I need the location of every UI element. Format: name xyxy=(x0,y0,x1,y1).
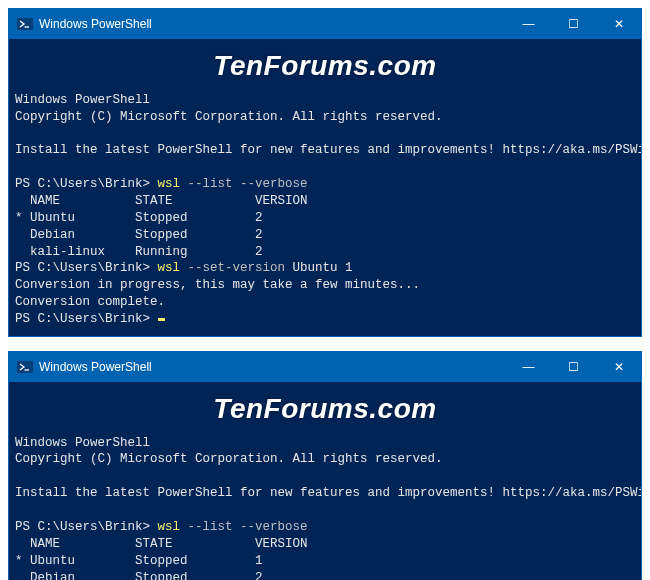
terminal-content[interactable]: TenForums.com Windows PowerShellCopyrigh… xyxy=(9,382,641,580)
terminal-segment: PS C:\Users\Brink> xyxy=(15,520,158,534)
terminal-line: Conversion in progress, this may take a … xyxy=(15,277,635,294)
window-controls: — ☐ ✕ xyxy=(506,352,641,382)
terminal-line: Install the latest PowerShell for new fe… xyxy=(15,485,635,502)
terminal-segment: --list --verbose xyxy=(188,177,308,191)
terminal-segment: Ubuntu 1 xyxy=(293,261,353,275)
terminal-segment: PS C:\Users\Brink> xyxy=(15,177,158,191)
terminal-line xyxy=(15,125,635,142)
terminal-line: PS C:\Users\Brink> wsl --list --verbose xyxy=(15,176,635,193)
powershell-window-2: Windows PowerShell — ☐ ✕ TenForums.com W… xyxy=(8,351,642,580)
watermark-text: TenForums.com xyxy=(9,390,641,428)
minimize-button[interactable]: — xyxy=(506,352,551,382)
window-title: Windows PowerShell xyxy=(39,17,152,31)
close-button[interactable]: ✕ xyxy=(596,9,641,39)
terminal-line: PS C:\Users\Brink> wsl --list --verbose xyxy=(15,519,635,536)
terminal-segment: wsl xyxy=(158,520,188,534)
powershell-icon xyxy=(17,359,33,375)
terminal-line: PS C:\Users\Brink> xyxy=(15,311,635,328)
terminal-line xyxy=(15,159,635,176)
terminal-line: NAME STATE VERSION xyxy=(15,536,635,553)
titlebar[interactable]: Windows PowerShell — ☐ ✕ xyxy=(9,9,641,39)
cursor xyxy=(158,318,165,321)
minimize-button[interactable]: — xyxy=(506,9,551,39)
powershell-icon xyxy=(17,16,33,32)
terminal-segment: wsl xyxy=(158,177,188,191)
terminal-line: NAME STATE VERSION xyxy=(15,193,635,210)
terminal-line: Debian Stopped 2 xyxy=(15,227,635,244)
terminal-line: Copyright (C) Microsoft Corporation. All… xyxy=(15,109,635,126)
terminal-line: * Ubuntu Stopped 2 xyxy=(15,210,635,227)
window-controls: — ☐ ✕ xyxy=(506,9,641,39)
window-title: Windows PowerShell xyxy=(39,360,152,374)
close-button[interactable]: ✕ xyxy=(596,352,641,382)
terminal-segment: wsl xyxy=(158,261,188,275)
terminal-segment: PS C:\Users\Brink> xyxy=(15,261,158,275)
terminal-line xyxy=(15,468,635,485)
terminal-content[interactable]: TenForums.com Windows PowerShellCopyrigh… xyxy=(9,39,641,336)
terminal-line: Install the latest PowerShell for new fe… xyxy=(15,142,635,159)
terminal-line: Windows PowerShell xyxy=(15,92,635,109)
terminal-line: Conversion complete. xyxy=(15,294,635,311)
watermark-text: TenForums.com xyxy=(9,47,641,85)
titlebar[interactable]: Windows PowerShell — ☐ ✕ xyxy=(9,352,641,382)
terminal-segment: PS C:\Users\Brink> xyxy=(15,312,158,326)
terminal-line: Copyright (C) Microsoft Corporation. All… xyxy=(15,451,635,468)
terminal-line xyxy=(15,502,635,519)
terminal-line: * Ubuntu Stopped 1 xyxy=(15,553,635,570)
terminal-line: PS C:\Users\Brink> wsl --set-version Ubu… xyxy=(15,260,635,277)
terminal-segment: --set-version xyxy=(188,261,293,275)
terminal-segment: --list --verbose xyxy=(188,520,308,534)
terminal-line: Debian Stopped 2 xyxy=(15,570,635,581)
maximize-button[interactable]: ☐ xyxy=(551,352,596,382)
terminal-line: kali-linux Running 2 xyxy=(15,244,635,261)
maximize-button[interactable]: ☐ xyxy=(551,9,596,39)
powershell-window-1: Windows PowerShell — ☐ ✕ TenForums.com W… xyxy=(8,8,642,337)
terminal-line: Windows PowerShell xyxy=(15,435,635,452)
